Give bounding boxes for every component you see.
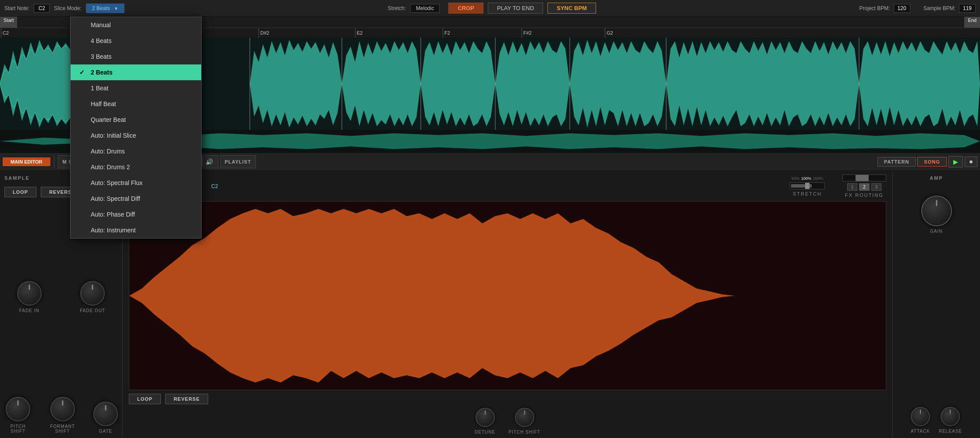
loop-button[interactable]: LOOP bbox=[4, 187, 36, 197]
check-selected-icon: ✓ bbox=[79, 69, 86, 76]
pitch-shift-knob-mid-container: PITCH SHIFT bbox=[508, 408, 540, 434]
note-marker-ds2: D#2 bbox=[259, 28, 269, 38]
stretch-bar[interactable] bbox=[790, 182, 825, 189]
svg-marker-6 bbox=[570, 40, 666, 128]
dropdown-item-quarterbeat[interactable]: Quarter Beat bbox=[71, 112, 201, 128]
crop-button[interactable]: CROP bbox=[448, 3, 483, 14]
bottom-knobs-row: FADE IN FADE OUT bbox=[4, 281, 118, 313]
sample-bpm-label: Sample BPM: bbox=[923, 5, 955, 11]
main-editor-button[interactable]: MAIN EDITOR bbox=[3, 157, 50, 166]
dropdown-item-2beats[interactable]: ✓ 2 Beats bbox=[71, 64, 201, 80]
fade-out-label: FADE OUT bbox=[80, 308, 105, 313]
bottom-knobs-row2: PITCH SHIFT FORMANT SHIFT GATE bbox=[4, 397, 118, 434]
middle-panel: SCALE: Minor SLICE: C2 50% 100% 200% bbox=[123, 171, 892, 438]
dropdown-item-auto-instrument[interactable]: Auto: Instrument bbox=[71, 222, 201, 238]
waveform-end-label[interactable]: End bbox=[964, 17, 980, 28]
gate-knob[interactable] bbox=[93, 402, 118, 426]
pitch-shift-label: PITCH SHIFT bbox=[4, 424, 32, 434]
dropdown-item-halfbeat[interactable]: Half Beat bbox=[71, 96, 201, 112]
stretch-controls: 50% 100% 200% STRETCH bbox=[790, 176, 825, 196]
pitch-shift-label-mid: PITCH SHIFT bbox=[508, 430, 540, 434]
note-marker-e2: E2 bbox=[355, 28, 362, 38]
pitch-shift-knob-mid[interactable] bbox=[515, 408, 534, 427]
play-button[interactable]: ▶ bbox=[948, 156, 963, 167]
svg-marker-8 bbox=[859, 41, 980, 126]
formant-shift-knob[interactable] bbox=[50, 397, 75, 421]
fx-btn-2[interactable]: 2 bbox=[859, 183, 870, 191]
stop-button[interactable]: ■ bbox=[965, 157, 977, 167]
amp-section: AMP bbox=[897, 175, 976, 182]
middle-top-row: SCALE: Minor SLICE: C2 50% 100% 200% bbox=[129, 174, 886, 198]
fx-routing-bar bbox=[842, 174, 886, 182]
project-bpm-label: Project BPM: bbox=[859, 5, 890, 11]
fx-routing-label: FX ROUTING bbox=[845, 192, 884, 198]
fade-in-label: FADE IN bbox=[19, 308, 39, 313]
pct-50: 50% bbox=[792, 176, 799, 181]
sync-bpm-button[interactable]: SYNC BPM bbox=[547, 3, 596, 14]
release-label: RELEASE bbox=[939, 429, 962, 434]
start-note-label: Start Note: bbox=[4, 5, 29, 11]
detune-label: DETUNE bbox=[475, 430, 495, 434]
gate-knob-container: GATE bbox=[93, 402, 118, 434]
fade-out-knob[interactable] bbox=[80, 281, 105, 306]
pitch-shift-knob[interactable] bbox=[6, 397, 30, 421]
sample-bpm-value[interactable]: 119 bbox=[959, 4, 976, 13]
pct-labels: 50% 100% 200% bbox=[792, 176, 823, 181]
top-bar: Start Note: C2 Slice Mode: 2 Beats ▼ Str… bbox=[0, 0, 980, 17]
stretch-value[interactable]: Melodic bbox=[410, 4, 440, 13]
slice-mode-button[interactable]: 2 Beats ▼ bbox=[86, 4, 124, 13]
fade-in-knob[interactable] bbox=[17, 281, 42, 306]
fx-routing-slider[interactable] bbox=[842, 174, 886, 182]
attack-knob[interactable] bbox=[911, 407, 930, 426]
dropdown-item-3beats[interactable]: 3 Beats bbox=[71, 49, 201, 64]
release-knob[interactable] bbox=[941, 407, 960, 426]
dropdown-item-auto-initial[interactable]: Auto: Initial Slice bbox=[71, 128, 201, 143]
pitch-shift-knob-container: PITCH SHIFT bbox=[4, 397, 32, 434]
stretch-bottom-label: STRETCH bbox=[793, 191, 822, 196]
gain-label: GAIN bbox=[930, 229, 942, 234]
dropdown-item-4beats[interactable]: 4 Beats bbox=[71, 33, 201, 49]
play-to-end-button[interactable]: PLAY TO END bbox=[488, 3, 543, 14]
bottom-knobs-mid: DETUNE PITCH SHIFT bbox=[129, 408, 886, 434]
fx-routing-section: 1 2 3 FX ROUTING bbox=[842, 174, 886, 198]
playlist-section: PLAYLIST bbox=[220, 155, 256, 168]
fx-btn-1[interactable]: 1 bbox=[847, 183, 858, 191]
slice-mode-dropdown: Manual 4 Beats 3 Beats ✓ 2 Beats 1 Beat … bbox=[70, 17, 202, 239]
dropdown-item-auto-drums2[interactable]: Auto: Drums 2 bbox=[71, 159, 201, 175]
detune-knob[interactable] bbox=[476, 408, 495, 427]
gain-knob-container: GAIN bbox=[921, 187, 952, 234]
attack-knob-container: ATTACK bbox=[911, 407, 930, 434]
fade-in-knob-container: FADE IN bbox=[17, 281, 42, 313]
pct-100: 100% bbox=[801, 176, 811, 181]
gain-knob[interactable] bbox=[921, 196, 952, 226]
svg-marker-7 bbox=[666, 41, 859, 126]
fx-btn-3[interactable]: 3 bbox=[871, 183, 882, 191]
sample-bpm-section: Sample BPM: 119 bbox=[923, 4, 976, 13]
fx-buttons-row: 1 2 3 bbox=[847, 183, 882, 191]
dropdown-item-manual[interactable]: Manual bbox=[71, 17, 201, 33]
amp-label: AMP bbox=[930, 175, 943, 181]
attack-release-row: ATTACK RELEASE bbox=[911, 407, 962, 434]
bass-seq-speaker-icon[interactable]: 🔊 bbox=[206, 158, 213, 165]
slice-mode-label: Slice Mode: bbox=[54, 5, 82, 11]
project-bpm-value[interactable]: 120 bbox=[894, 4, 910, 13]
dropdown-item-auto-phase-diff[interactable]: Auto: Phase Diff bbox=[71, 207, 201, 222]
song-button[interactable]: SONG bbox=[917, 157, 946, 167]
dropdown-item-auto-drums[interactable]: Auto: Drums bbox=[71, 143, 201, 159]
svg-marker-4 bbox=[421, 41, 495, 126]
playlist-label: PLAYLIST bbox=[225, 159, 251, 164]
detune-knob-container: DETUNE bbox=[475, 408, 495, 434]
start-note-value[interactable]: C2 bbox=[34, 4, 50, 13]
note-marker-c2: C2 bbox=[1, 28, 9, 38]
waveform-start-label[interactable]: Start bbox=[0, 17, 17, 28]
dropdown-item-auto-spectral-diff[interactable]: Auto: Spectral Diff bbox=[71, 191, 201, 207]
dropdown-item-1beat[interactable]: 1 Beat bbox=[71, 80, 201, 96]
dropdown-item-auto-spectral-flux[interactable]: Auto: Spectral Flux bbox=[71, 175, 201, 191]
reverse-button-mid[interactable]: REVERSE bbox=[165, 394, 208, 404]
loop-button-mid[interactable]: LOOP bbox=[129, 394, 161, 404]
note-marker-f2: F2 bbox=[443, 28, 450, 38]
svg-marker-2 bbox=[250, 40, 342, 128]
formant-shift-knob-container: FORMANT SHIFT bbox=[45, 397, 80, 434]
formant-shift-label: FORMANT SHIFT bbox=[45, 424, 80, 434]
pattern-button[interactable]: PATTERN bbox=[877, 157, 916, 167]
